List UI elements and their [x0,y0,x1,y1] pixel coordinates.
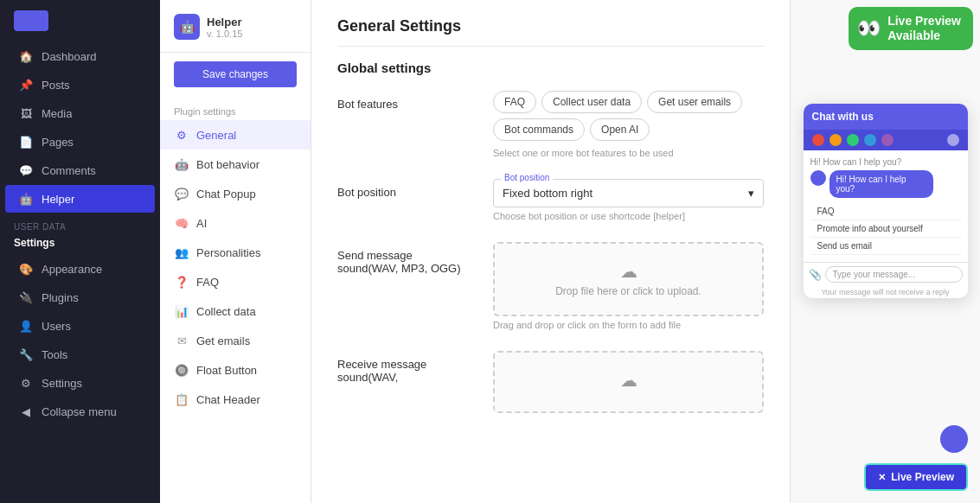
sidebar-item-comments[interactable]: 💬Comments [5,156,155,184]
plugin-panel: 🤖 Helper v. 1.0.15 Save changes Plugin s… [160,0,311,503]
feature-tag-bot-commands[interactable]: Bot commands [493,118,585,141]
plugin-nav-icon: 👥 [174,245,189,260]
plugin-nav-collect-data[interactable]: 📊Collect data [160,296,311,326]
plugin-nav-chat-popup[interactable]: 💬Chat Popup [160,179,311,208]
plugin-nav-chat-header[interactable]: 📋Chat Header [160,385,311,414]
chevron-down-icon: ▾ [748,187,754,200]
chat-body: Hi! How can I help you? Hi! How can I he… [804,150,968,262]
plugin-icon: 🤖 [174,14,200,40]
chat-menu-item[interactable]: Promote info about yourself [810,220,961,238]
receive-sound-row: Receive message sound(WAV, ☁ [337,351,764,413]
chat-menu-item[interactable]: FAQ [810,203,961,220]
feature-tag-get-user-emails[interactable]: Get user emails [647,91,742,113]
sidebar-item-label: Comments [42,164,96,177]
sub-nav-icon: 🎨 [19,262,33,276]
plugin-nav-get-emails[interactable]: ✉Get emails [160,326,311,355]
upload-area[interactable]: ☁ Drop file here or click to upload. [493,242,764,316]
nav-icon: 💬 [19,163,33,177]
sidebar-item-label: Dashboard [42,50,97,63]
plugin-nav-icon: 🔘 [174,362,189,378]
plugin-nav-icon: ⚙ [174,127,189,143]
chat-input-area: 📎 Type your message... [804,262,968,286]
bot-features-row: Bot features FAQCollect user dataGet use… [337,91,764,158]
plugin-nav-bot-behavior[interactable]: 🤖Bot behavior [160,150,311,179]
sidebar-sub-appearance[interactable]: 🎨Appearance [5,255,155,283]
sub-nav-icon: 🔧 [19,347,33,361]
plugin-nav-personalities[interactable]: 👥Personalities [160,238,311,267]
receive-sound-label: Receive message sound(WAV, [337,351,476,384]
send-sound-row: Send message sound(WAV, MP3, OGG) ☁ Drop… [337,242,764,330]
bot-position-label: Bot position [337,179,476,199]
bot-position-row: Bot position Bot position Fixed bottom r… [337,179,764,221]
sidebar-sub-collapse-menu[interactable]: ◀Collapse menu [5,398,155,425]
bot-features-control: FAQCollect user dataGet user emailsBot c… [493,91,764,158]
feature-tag-collect-user-data[interactable]: Collect user data [541,91,642,113]
sidebar-sub-label: Tools [42,348,67,361]
sidebar-item-media[interactable]: 🖼Media [5,99,155,127]
plugin-nav-ai[interactable]: 🧠AI [160,208,311,238]
save-button[interactable]: Save changes [174,61,297,87]
logo-area [0,0,160,41]
nav-icon: 🤖 [19,192,33,206]
plugin-nav-icon: 🧠 [174,215,189,231]
feature-tag-open-ai[interactable]: Open AI [590,118,650,141]
sidebar-sub-plugins[interactable]: 🔌Plugins [5,283,155,311]
nav-icon: 📄 [19,135,33,149]
sidebar-item-label: Posts [42,79,70,92]
sidebar-item-label: Media [42,107,72,120]
sidebar-sub-tools[interactable]: 🔧Tools [5,341,155,368]
live-preview-button[interactable]: ✕ Live Preview [864,463,968,491]
receive-sound-control: ☁ [493,351,764,413]
plugin-nav-label: AI [196,217,207,230]
sub-nav-icon: ⚙ [19,376,33,390]
sidebar-item-label: Pages [42,136,74,149]
plugin-nav-label: FAQ [196,276,219,289]
social-icon-3 [847,134,859,146]
plugin-nav-label: Float Button [196,364,257,377]
float-button[interactable] [940,425,968,453]
main-content: General Settings Global settings Bot fea… [311,0,790,503]
sidebar-item-dashboard[interactable]: 🏠Dashboard [5,42,155,70]
sidebar-sub-users[interactable]: 👤Users [5,312,155,340]
sidebar-item-pages[interactable]: 📄Pages [5,128,155,156]
bot-position-field-label: Bot position [501,173,553,182]
agent-label: Hi! How can I help you? [810,157,961,167]
sub-nav-icon: ◀ [19,404,33,418]
social-icon-2 [829,134,842,146]
bot-features-hint: Select one or more bot features to be us… [493,148,764,158]
nav-icon: 📌 [19,78,33,92]
plugin-nav-icon: 🤖 [174,156,189,172]
plugin-nav-label: General [196,129,236,142]
tag-group: FAQCollect user dataGet user emailsBot c… [493,91,764,141]
feature-tag-faq[interactable]: FAQ [493,91,536,113]
sidebar-sub-settings[interactable]: ⚙Settings [5,369,155,397]
upload-icon: ☁ [512,261,745,282]
chat-menu-item[interactable]: Send us email [810,238,961,255]
sidebar-item-label: Helper [42,193,74,206]
sidebar-item-posts[interactable]: 📌Posts [5,71,155,99]
plugin-nav-faq[interactable]: ❓FAQ [160,267,311,296]
plugin-version: v. 1.0.15 [207,29,242,39]
chat-header-bar: Chat with us [804,104,968,130]
sidebar-item-helper[interactable]: 🤖Helper [5,185,155,213]
upload-hint: Drag and drop or click on the form to ad… [493,320,764,330]
chat-social-icons [804,130,968,150]
receive-upload-icon: ☁ [512,370,745,391]
nav-icon: 🖼 [19,106,33,120]
x-icon: ✕ [878,472,886,483]
plugin-nav-float-button[interactable]: 🔘Float Button [160,355,311,385]
receive-upload-area[interactable]: ☁ [493,351,764,413]
plugin-nav-icon: ✉ [174,333,189,348]
plugin-nav-icon: 📊 [174,303,189,319]
plugin-nav-label: Personalities [196,246,260,259]
settings-label: Settings [0,235,160,254]
nav-icon: 🏠 [19,49,33,63]
bot-position-hint: Choose bot position or use shortcode [he… [493,211,764,221]
chat-bubble-wrap: Hi! How can I help you? [810,170,961,198]
plugin-name: Helper [207,16,242,29]
chat-input-field[interactable]: Type your message... [825,266,963,283]
plugin-header: 🤖 Helper v. 1.0.15 [160,14,311,53]
bot-position-select[interactable]: Bot position Fixed bottom right ▾ [493,179,764,207]
plugin-nav-general[interactable]: ⚙General [160,120,311,150]
chat-avatar [810,170,826,186]
